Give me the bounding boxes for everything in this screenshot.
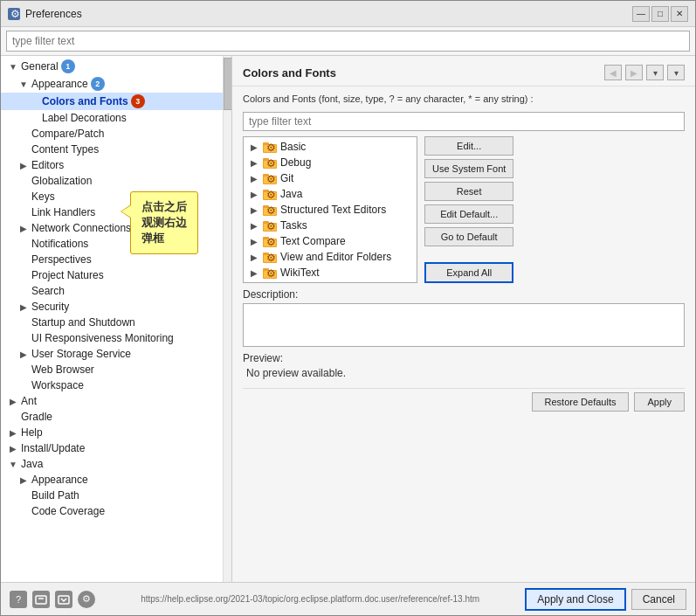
main-content: ▼ General 1 ▼ Appearance 2 Colors and Fo… bbox=[1, 56, 695, 582]
sidebar-item-startup[interactable]: Startup and Shutdown bbox=[1, 315, 223, 330]
import-icon[interactable] bbox=[55, 591, 72, 608]
sidebar-item-gradle[interactable]: Gradle bbox=[1, 409, 223, 425]
preview-text: No preview available. bbox=[243, 367, 685, 379]
window-title: Preferences bbox=[25, 8, 82, 20]
svg-text:⚙: ⚙ bbox=[266, 157, 276, 169]
sidebar-item-web-browser[interactable]: Web Browser bbox=[1, 362, 223, 377]
edit-default-button[interactable]: Edit Default... bbox=[424, 204, 513, 224]
sidebar-item-label-decorations[interactable]: Label Decorations bbox=[1, 110, 223, 126]
use-system-font-button[interactable]: Use System Font bbox=[424, 159, 513, 178]
reset-button[interactable]: Reset bbox=[424, 182, 513, 201]
filter-input[interactable] bbox=[243, 112, 685, 131]
font-tree-item-wikitext[interactable]: ▶ ⚙ WikiText bbox=[244, 265, 417, 280]
cancel-button[interactable]: Cancel bbox=[631, 589, 686, 610]
sidebar-item-content-types[interactable]: Content Types bbox=[1, 142, 223, 157]
svg-text:⚙: ⚙ bbox=[266, 236, 276, 247]
spacer-icon bbox=[29, 113, 39, 123]
nav-menu-button[interactable]: ▾ bbox=[667, 65, 685, 80]
right-header: Colors and Fonts ◀ ▶ ▾ ▾ bbox=[232, 56, 695, 87]
spacer-icon bbox=[18, 239, 29, 249]
sidebar-item-editors[interactable]: ▶ Editors bbox=[1, 157, 223, 173]
help-icon[interactable]: ? bbox=[10, 591, 27, 608]
bottom-bar: ? ⚙ https://help.eclipse.org/2021-03/top… bbox=[1, 582, 695, 615]
spacer-icon bbox=[18, 286, 29, 296]
chevron-right-icon: ▶ bbox=[18, 223, 29, 233]
sidebar-item-appearance[interactable]: ▼ Appearance 2 bbox=[1, 75, 223, 93]
sidebar-item-general[interactable]: ▼ General 1 bbox=[1, 58, 223, 75]
nav-forward-button[interactable]: ▶ bbox=[625, 65, 643, 80]
sidebar-item-network-connections[interactable]: ▶ Network Connections bbox=[1, 220, 223, 236]
title-bar: ⚙ Preferences — □ ✕ bbox=[1, 1, 695, 27]
settings-icon[interactable]: ⚙ bbox=[78, 591, 95, 608]
font-tree-item-text-compare[interactable]: ▶ ⚙ Text Compare bbox=[244, 233, 417, 249]
svg-text:⚙: ⚙ bbox=[266, 173, 276, 184]
sidebar-item-code-coverage[interactable]: Code Coverage bbox=[1, 503, 223, 519]
sidebar-item-help[interactable]: ▶ Help bbox=[1, 425, 223, 440]
font-tree-item-debug[interactable]: ▶ ⚙ Debug bbox=[244, 155, 417, 170]
sidebar-item-colors-fonts[interactable]: Colors and Fonts 3 bbox=[1, 93, 223, 110]
description-section: Description: bbox=[243, 288, 685, 347]
font-tree-label-debug: Debug bbox=[280, 156, 311, 169]
scrollbar-thumb[interactable] bbox=[224, 58, 231, 110]
svg-text:⚙: ⚙ bbox=[266, 220, 276, 232]
go-to-default-button[interactable]: Go to Default bbox=[424, 227, 513, 246]
expand-all-button[interactable]: Expand All bbox=[424, 262, 513, 283]
font-tree-item-structured-text[interactable]: ▶ ⚙ Structured Text Editors bbox=[244, 202, 417, 218]
sidebar-item-user-storage[interactable]: ▶ User Storage Service bbox=[1, 346, 223, 362]
apply-button[interactable]: Apply bbox=[634, 392, 685, 412]
sidebar-item-perspectives[interactable]: Perspectives bbox=[1, 252, 223, 267]
sidebar-item-security[interactable]: ▶ Security bbox=[1, 299, 223, 315]
close-button[interactable]: ✕ bbox=[671, 6, 688, 22]
export-icon[interactable] bbox=[32, 591, 50, 608]
apply-close-button[interactable]: Apply and Close bbox=[525, 588, 625, 611]
font-tree-label-wikitext: WikiText bbox=[280, 266, 320, 279]
spacer-icon bbox=[18, 506, 29, 516]
sidebar-item-notifications[interactable]: Notifications bbox=[1, 236, 223, 252]
sidebar-item-keys[interactable]: Keys bbox=[1, 189, 223, 204]
sidebar-item-compare-patch[interactable]: Compare/Patch bbox=[1, 126, 223, 142]
sidebar-item-java-appearance[interactable]: ▶ Appearance bbox=[1, 472, 223, 488]
svg-text:⚙: ⚙ bbox=[10, 8, 20, 20]
preview-section: Preview: No preview available. bbox=[243, 352, 685, 379]
minimize-button[interactable]: — bbox=[632, 6, 650, 22]
description-label: Description: bbox=[243, 288, 685, 301]
font-tree-label-basic: Basic bbox=[280, 141, 306, 153]
nav-dropdown-button[interactable]: ▾ bbox=[646, 65, 664, 80]
sidebar-item-build-path[interactable]: Build Path bbox=[1, 488, 223, 503]
folder-icon-view-editor: ⚙ bbox=[263, 251, 277, 263]
spacer-icon bbox=[18, 176, 29, 186]
svg-text:⚙: ⚙ bbox=[266, 267, 276, 279]
font-tree-item-view-editor[interactable]: ▶ ⚙ View and Editor Folders bbox=[244, 249, 417, 265]
window-icon: ⚙ bbox=[8, 8, 20, 20]
sidebar-item-workspace[interactable]: Workspace bbox=[1, 377, 223, 393]
font-tree-item-basic[interactable]: ▶ ⚙ Basic bbox=[244, 139, 417, 155]
edit-button[interactable]: Edit... bbox=[424, 136, 513, 156]
maximize-button[interactable]: □ bbox=[651, 6, 669, 22]
chevron-right-icon: ▶ bbox=[249, 220, 259, 231]
sidebar-item-java[interactable]: ▼ Java bbox=[1, 456, 223, 472]
sidebar-item-ant[interactable]: ▶ Ant bbox=[1, 393, 223, 409]
spacer-icon bbox=[29, 96, 39, 107]
folder-icon-text-compare: ⚙ bbox=[263, 235, 277, 247]
left-scrollbar[interactable] bbox=[223, 56, 231, 582]
chevron-right-icon: ▶ bbox=[8, 427, 18, 438]
folder-icon-structured-text: ⚙ bbox=[263, 204, 277, 216]
sidebar-item-project-natures[interactable]: Project Natures bbox=[1, 267, 223, 283]
spacer-icon bbox=[18, 191, 29, 202]
search-input[interactable] bbox=[6, 31, 690, 52]
font-tree-item-tasks[interactable]: ▶ ⚙ Tasks bbox=[244, 218, 417, 233]
chevron-right-icon: ▶ bbox=[249, 189, 259, 199]
nav-back-button[interactable]: ◀ bbox=[604, 65, 622, 80]
spacer-icon bbox=[18, 254, 29, 265]
sidebar-item-link-handlers[interactable]: Link Handlers bbox=[1, 204, 223, 220]
font-tree-item-git[interactable]: ▶ ⚙ Git bbox=[244, 170, 417, 186]
sidebar-item-ui-responsiveness[interactable]: UI Responsiveness Monitoring bbox=[1, 330, 223, 346]
font-tree-item-java[interactable]: ▶ ⚙ Java bbox=[244, 186, 417, 202]
chevron-right-icon: ▶ bbox=[18, 301, 29, 312]
chevron-right-icon: ▶ bbox=[249, 236, 259, 246]
sidebar-item-search[interactable]: Search bbox=[1, 283, 223, 299]
chevron-down-icon: ▼ bbox=[8, 61, 18, 72]
restore-defaults-button[interactable]: Restore Defaults bbox=[532, 392, 630, 412]
sidebar-item-install-update[interactable]: ▶ Install/Update bbox=[1, 440, 223, 456]
sidebar-item-globalization[interactable]: Globalization bbox=[1, 173, 223, 189]
